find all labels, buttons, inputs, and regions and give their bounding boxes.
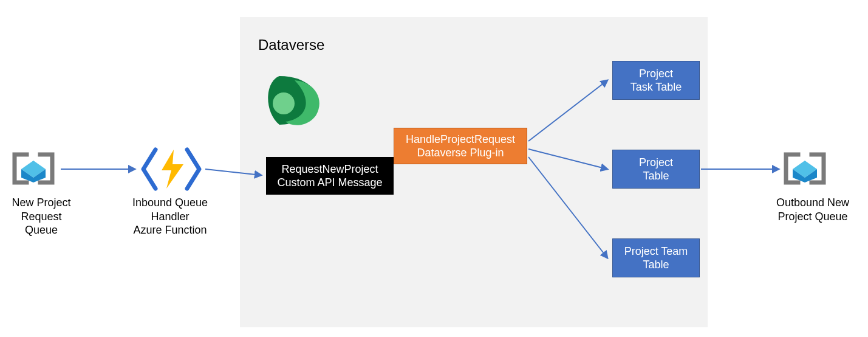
node-label: New ProjectRequest Queue bbox=[5, 196, 78, 237]
svg-marker-3 bbox=[162, 150, 183, 189]
dataverse-logo-icon bbox=[258, 67, 325, 134]
svg-point-0 bbox=[273, 92, 295, 114]
project-task-table-label: ProjectTask Table bbox=[630, 67, 682, 94]
node-label: Inbound Queue HandlerAzure Function bbox=[112, 196, 228, 237]
project-task-table-box: ProjectTask Table bbox=[612, 61, 700, 100]
node-label: Outbound NewProject Queue bbox=[770, 196, 855, 223]
request-api-label: RequestNewProjectCustom API Message bbox=[277, 162, 382, 190]
handle-plugin-label: HandleProjectRequestDataverse Plug-in bbox=[406, 133, 515, 160]
handle-plugin-box: HandleProjectRequestDataverse Plug-in bbox=[394, 128, 527, 164]
project-table-box: ProjectTable bbox=[612, 150, 700, 189]
project-team-table-box: Project TeamTable bbox=[612, 238, 700, 277]
queue-icon bbox=[784, 147, 826, 190]
request-api-box: RequestNewProjectCustom API Message bbox=[266, 157, 394, 195]
azure-function-icon bbox=[141, 146, 202, 192]
project-team-table-label: Project TeamTable bbox=[624, 245, 688, 272]
queue-icon bbox=[12, 147, 55, 190]
dataverse-panel-title: Dataverse bbox=[258, 36, 324, 54]
project-table-label: ProjectTable bbox=[639, 156, 673, 183]
diagram-canvas: Dataverse New ProjectRequest Queue Inbou… bbox=[0, 0, 868, 337]
